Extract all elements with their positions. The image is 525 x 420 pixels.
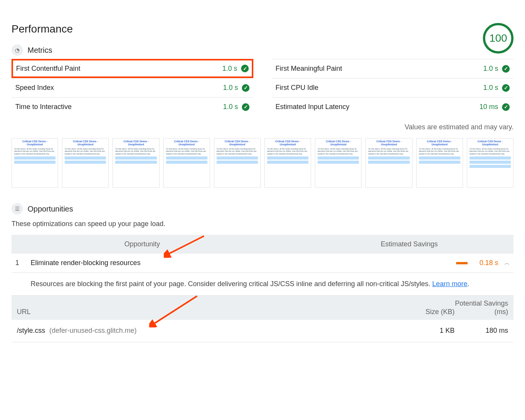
resource-savings: 180 ms xyxy=(455,327,508,335)
check-icon: ✓ xyxy=(241,65,249,72)
opportunity-detail: Resources are blocking the first paint o… xyxy=(11,273,514,296)
opportunities-table-header: Opportunity Estimated Savings xyxy=(11,235,514,254)
potential-savings-column-header: Potential Savings (ms) xyxy=(455,300,508,316)
metric-label: First CPU Idle xyxy=(276,84,318,92)
metrics-title: Metrics xyxy=(28,46,52,55)
opportunity-column-header: Opportunity xyxy=(18,240,160,248)
opportunity-title: Eliminate render-blocking resources xyxy=(31,259,445,267)
metric-value: 1.0 s xyxy=(223,103,238,111)
metric-label: Estimated Input Latency xyxy=(276,103,349,111)
metric-value: 1.0 s xyxy=(223,84,238,92)
filmstrip-frame: Critical CSS Demo - UnoptimizedOn this d… xyxy=(315,138,362,188)
opportunity-detail-text: Resources are blocking the first paint o… xyxy=(31,280,432,288)
metric-estimated-input-latency[interactable]: Estimated Input Latency 10 ms ✓ xyxy=(272,97,514,116)
savings-column-header: Estimated Savings xyxy=(160,240,507,248)
metric-label: Time to Interactive xyxy=(15,103,72,111)
page-title: Performance xyxy=(11,23,73,35)
metric-first-cpu-idle[interactable]: First CPU Idle 1.0 s ✓ xyxy=(272,78,514,97)
metrics-section-header: ◔ Metrics xyxy=(11,44,73,56)
resource-path: /style.css xyxy=(17,327,45,334)
metric-first-meaningful-paint[interactable]: First Meaningful Paint 1.0 s ✓ xyxy=(272,59,514,78)
filmstrip: Critical CSS Demo - UnoptimizedOn this d… xyxy=(11,138,514,188)
opportunities-section-header: ☰ Opportunities xyxy=(11,203,514,215)
learn-more-link[interactable]: Learn more xyxy=(432,280,468,288)
chevron-up-icon[interactable]: ︿ xyxy=(498,260,510,267)
size-column-header: Size (KB) xyxy=(405,308,455,316)
savings-bar xyxy=(445,262,468,264)
metric-first-contentful-paint[interactable]: First Contentful Paint 1.0 s ✓ xyxy=(11,59,253,78)
metrics-footnote: Values are estimated and may vary. xyxy=(11,123,514,131)
filmstrip-frame: Critical CSS Demo - UnoptimizedOn this d… xyxy=(365,138,412,188)
check-icon: ✓ xyxy=(242,84,249,92)
check-icon: ✓ xyxy=(502,103,510,111)
metric-value: 10 ms xyxy=(479,103,498,111)
metric-value: 1.0 s xyxy=(483,65,498,73)
performance-score: 100 xyxy=(483,23,514,54)
filmstrip-frame: Critical CSS Demo - UnoptimizedOn this d… xyxy=(62,138,109,188)
metric-value: 1.0 s xyxy=(483,84,498,92)
metric-label: First Meaningful Paint xyxy=(276,65,342,73)
filmstrip-frame: Critical CSS Demo - UnoptimizedOn this d… xyxy=(467,138,514,188)
check-icon: ✓ xyxy=(502,65,510,73)
metric-label: Speed Index xyxy=(15,84,54,92)
check-icon: ✓ xyxy=(502,84,510,92)
filmstrip-frame: Critical CSS Demo - UnoptimizedOn this d… xyxy=(214,138,261,188)
metric-label: First Contentful Paint xyxy=(16,65,80,73)
opportunity-row[interactable]: 1 Eliminate render-blocking resources 0.… xyxy=(11,254,514,273)
resource-size: 1 KB xyxy=(405,327,455,335)
resource-table-header: URL Size (KB) Potential Savings (ms) xyxy=(11,296,514,320)
metric-time-to-interactive[interactable]: Time to Interactive 1.0 s ✓ xyxy=(11,97,253,116)
filmstrip-frame: Critical CSS Demo - UnoptimizedOn this d… xyxy=(416,138,463,188)
opportunity-time: 0.18 s xyxy=(471,259,498,267)
metrics-grid: First Contentful Paint 1.0 s ✓ First Mea… xyxy=(11,59,514,116)
metric-speed-index[interactable]: Speed Index 1.0 s ✓ xyxy=(11,78,253,97)
check-icon: ✓ xyxy=(242,103,249,111)
metric-value: 1.0 s xyxy=(222,65,237,73)
filmstrip-frame: Critical CSS Demo - UnoptimizedOn this d… xyxy=(264,138,311,188)
filmstrip-frame: Critical CSS Demo - UnoptimizedOn this d… xyxy=(112,138,159,188)
opportunities-description: These optimizations can speed up your pa… xyxy=(11,220,514,228)
opportunities-title: Opportunities xyxy=(28,205,73,213)
url-column-header: URL xyxy=(17,308,405,316)
filmstrip-frame: Critical CSS Demo - UnoptimizedOn this d… xyxy=(11,138,58,188)
opportunities-icon: ☰ xyxy=(11,203,23,215)
opportunity-number: 1 xyxy=(15,259,31,267)
resource-row[interactable]: /style.css (defer-unused-css.glitch.me) … xyxy=(11,320,514,342)
resource-host: (defer-unused-css.glitch.me) xyxy=(49,327,137,334)
filmstrip-frame: Critical CSS Demo - UnoptimizedOn this d… xyxy=(163,138,210,188)
stopwatch-icon: ◔ xyxy=(11,44,23,56)
